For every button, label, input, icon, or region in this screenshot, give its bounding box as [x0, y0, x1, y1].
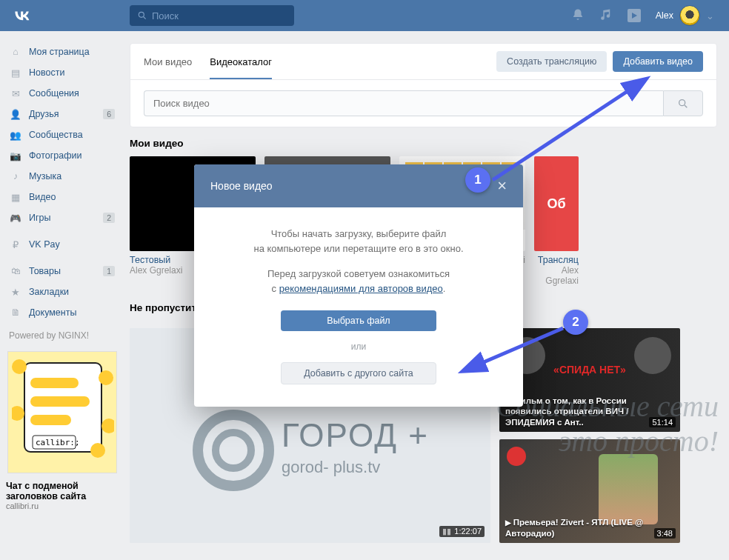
app-header: Поиск Alex ⌄ — [0, 0, 729, 31]
create-stream-button[interactable]: Создать трансляцию — [496, 51, 607, 72]
add-video-button[interactable]: Добавить видео — [613, 51, 703, 72]
ad-title: Чат с подменой заголовков сайта — [4, 476, 119, 501]
svg-point-9 — [12, 406, 24, 421]
vk-logo[interactable] — [11, 4, 33, 27]
svg-point-12 — [90, 443, 105, 458]
sidebar-item-friends[interactable]: 👤Друзья6 — [4, 104, 119, 124]
svg-line-14 — [685, 105, 687, 107]
featured-thumb-art: ГОРОД + gorod- plus.tv — [130, 328, 490, 543]
svg-point-13 — [679, 99, 685, 105]
sidebar-item-news[interactable]: ▤Новости — [4, 62, 119, 83]
market-badge: 1 — [103, 266, 115, 276]
my-videos-row: Тестовый Alex Ggrelaxi Выбираем загружае… — [130, 156, 717, 286]
featured-row: ГОРОД + gorod- plus.tv ▮▮1:22:07 «СПИДА … — [130, 328, 717, 543]
home-icon: ⌂ — [9, 45, 22, 59]
svg-point-10 — [99, 370, 113, 385]
vkpay-icon: ₽ — [9, 238, 22, 251]
svg-rect-5 — [30, 415, 71, 425]
groups-icon: 👥 — [9, 128, 22, 141]
sidebar-item-groups[interactable]: 👥Сообщества — [4, 124, 119, 145]
bag-icon: 🛍 — [9, 264, 22, 278]
user-menu[interactable]: Alex ⌄ — [656, 5, 714, 26]
video-item[interactable]: Тестовый Alex Ggrelaxi — [130, 156, 256, 286]
tab-catalog[interactable]: Видеокаталог — [210, 44, 272, 79]
svg-point-8 — [12, 359, 27, 374]
main-content: Мои видео Видеокаталог Создать трансляци… — [122, 37, 729, 543]
messages-icon: ✉ — [9, 87, 22, 100]
svg-rect-4 — [30, 396, 90, 407]
friends-icon: 👤 — [9, 107, 22, 121]
video-title: ▶ Премьера! Zivert - ЯТЛ (LIVE @ Авторад… — [505, 517, 648, 539]
sidebar-item-vkpay[interactable]: ₽VK Pay — [4, 234, 119, 255]
sidebar-item-music[interactable]: ♪Музыка — [4, 166, 119, 187]
svg-point-11 — [101, 419, 114, 433]
film-icon: ▦ — [9, 190, 22, 204]
svg-text:ГОРОД +: ГОРОД + — [282, 417, 429, 453]
video-play-icon[interactable] — [628, 9, 641, 22]
camera-icon: 📷 — [9, 149, 22, 162]
search-icon — [137, 10, 147, 21]
sidebar-ad[interactable]: callibr:; — [7, 351, 117, 473]
video-search-button[interactable] — [663, 90, 703, 116]
ad-illustration: callibr:; — [12, 356, 114, 465]
side-video[interactable]: ▶ Премьера! Zivert - ЯТЛ (LIVE @ Авторад… — [499, 439, 680, 543]
sidebar-item-docs[interactable]: 🗎Документы — [4, 302, 119, 323]
gamepad-icon: 🎮 — [9, 211, 22, 224]
friends-badge: 6 — [103, 109, 115, 119]
video-tag: «СПИДА НЕТ» — [499, 364, 680, 376]
video-card: Мои видео Видеокаталог Создать трансляци… — [130, 43, 717, 127]
sidebar-item-market[interactable]: 🛍Товары1 — [4, 261, 119, 281]
side-video[interactable]: «СПИДА НЕТ» ▶ Фильм о том, как в России … — [499, 328, 680, 432]
video-item[interactable] — [264, 156, 390, 286]
section-dont-miss: Не пропустите — [130, 302, 717, 313]
news-icon: ▤ — [9, 66, 22, 79]
svg-text:gorod- plus.tv: gorod- plus.tv — [282, 458, 380, 476]
music-icon[interactable] — [599, 8, 613, 24]
games-badge: 2 — [103, 213, 115, 223]
video-item[interactable]: Об Трансляц Alex Ggrelaxi — [534, 156, 579, 286]
video-duration: 51:14 — [649, 417, 676, 427]
sidebar-item-video[interactable]: ▦Видео — [4, 187, 119, 207]
video-search-input[interactable] — [144, 90, 663, 116]
doc-icon: 🗎 — [9, 306, 22, 319]
sidebar-item-profile[interactable]: ⌂Моя страница — [4, 41, 119, 62]
video-duration: 3:48 — [654, 528, 676, 539]
chevron-down-icon: ⌄ — [706, 10, 714, 21]
video-duration: ▮▮1:22:07 — [439, 526, 485, 537]
sidebar-item-messages[interactable]: ✉Сообщения — [4, 83, 119, 104]
left-sidebar: ⌂Моя страница ▤Новости ✉Сообщения 👤Друзь… — [0, 37, 122, 543]
search-icon — [677, 98, 689, 110]
avatar — [679, 5, 700, 26]
svg-point-0 — [139, 12, 144, 17]
star-icon: ★ — [9, 285, 22, 299]
video-title: ▶ Фильм о том, как в России появились от… — [505, 396, 648, 427]
svg-text:callibr:;: callibr:; — [36, 438, 80, 447]
global-search[interactable]: Поиск — [130, 5, 294, 26]
sidebar-item-bookmarks[interactable]: ★Закладки — [4, 281, 119, 302]
note-icon: ♪ — [9, 170, 22, 183]
svg-rect-3 — [30, 378, 79, 388]
tab-my-videos[interactable]: Мои видео — [144, 44, 192, 79]
video-search-row — [130, 80, 716, 127]
sidebar-item-photos[interactable]: 📷Фотографии — [4, 145, 119, 166]
notifications-icon[interactable] — [571, 8, 585, 24]
video-item[interactable]: Выбираем загружае нужный файл 0:11 relax… — [399, 156, 525, 286]
search-placeholder: Поиск — [152, 10, 179, 21]
svg-line-1 — [144, 17, 146, 19]
section-my-videos: Мои видео — [130, 138, 717, 149]
ad-subtitle: callibri.ru — [4, 501, 119, 510]
powered-by: Powered by NGINX! — [4, 323, 119, 348]
featured-video[interactable]: ГОРОД + gorod- plus.tv ▮▮1:22:07 — [130, 328, 490, 543]
username: Alex — [656, 10, 673, 21]
video-duration: 0:11 — [499, 236, 521, 247]
tab-row: Мои видео Видеокаталог Создать трансляци… — [130, 44, 716, 80]
sidebar-item-games[interactable]: 🎮Игры2 — [4, 207, 119, 228]
